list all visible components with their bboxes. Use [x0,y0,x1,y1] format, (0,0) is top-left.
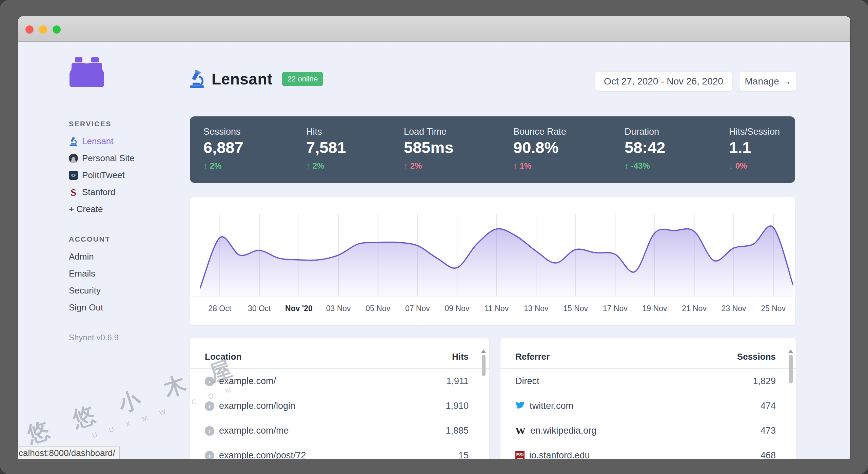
hits-value: 1,885 [446,425,469,436]
scroll-up-icon[interactable] [481,349,486,353]
x-axis-tick-label: 30 Oct [248,304,271,313]
sidebar-item-stanford[interactable]: S Stanford [69,184,184,201]
page-header: Lensant 22 online [189,70,323,88]
sidebar-item-create[interactable]: + Create [69,201,184,217]
sidebar-item-label: Stanford [82,187,115,197]
stat-label: Hits [306,127,322,137]
account-list: Admin Emails Security Sign Out [69,248,184,316]
service-microscope-icon [189,70,206,88]
twitter-bird-icon [515,402,525,410]
stat-value: 585ms [404,138,453,157]
location-table-card: Location Hits ›example.com/ 1,911 ›examp… [190,338,489,459]
referrer-table-card: Referrer Sessions Direct 1,829 twitter.c… [500,338,796,459]
app-window: SERVICES [18,16,850,459]
minimize-window-button[interactable] [39,25,47,34]
sidebar-section-account: ACCOUNT [69,235,184,243]
hits-value: 1,911 [446,376,469,386]
chevron-circle-icon: › [205,401,214,411]
x-axis-tick-label: 23 Nov [722,304,746,313]
sidebar-item-admin[interactable]: Admin [69,248,184,265]
table-row[interactable]: Direct 1,829 [500,369,796,394]
hits-value: 15 [458,450,469,459]
table-row[interactable]: Wen.wikipedia.org 473 [500,418,796,443]
stat-label: Hits/Session [729,127,780,137]
sidebar-item-label: Emails [69,268,95,279]
sessions-value: 468 [761,450,776,459]
location-label: example.com/post/72 [219,450,306,459]
table-row[interactable]: ›example.com/ 1,911 [190,369,489,394]
x-axis-tick-label: 21 Nov [682,304,707,313]
x-axis-tick-label: 07 Nov [405,304,430,313]
eye-favicon [69,171,78,180]
services-list: Lensant Personal Site PolitiTweet [69,133,184,217]
stat-value: 58:42 [625,138,665,157]
sidebar-item-label: Personal Site [82,153,135,164]
sessions-value: 474 [761,401,776,411]
sidebar-item-label: Security [69,285,101,296]
referrer-column-header: Referrer [515,352,550,362]
stat-value: 90.8% [513,138,558,157]
x-axis-tick-label: 25 Nov [761,304,786,313]
sidebar-item-label: + Create [69,204,103,214]
stanford-s-favicon: S [69,188,78,197]
table-row[interactable]: twitter.com 474 [500,394,796,418]
window-titlebar[interactable] [18,16,850,42]
location-label: example.com/me [219,425,289,436]
sidebar-item-personal-site[interactable]: Personal Site [69,150,184,167]
table-row[interactable]: ›example.com/me 1,885 [190,418,489,443]
microscope-favicon [69,137,78,146]
table-row[interactable]: FSI io.stanford.edu 468 [500,443,796,459]
chart-x-axis-labels: 28 Oct30 OctNov '2003 Nov05 Nov07 Nov09 … [192,304,793,315]
sidebar-section-services: SERVICES [69,120,184,128]
sidebar-item-label: Lensant [82,136,114,147]
sidebar-item-emails[interactable]: Emails [69,265,184,282]
stat-delta: ↑ 2% [404,161,422,171]
scrollbar-thumb[interactable] [789,355,793,383]
browser-status-url: calhost:8000/dashboard/ [18,447,120,459]
scrollbar-thumb[interactable] [482,355,486,376]
x-axis-tick-label: 13 Nov [524,304,549,313]
dashboard-content: SERVICES [18,42,850,459]
online-count-badge: 22 online [282,72,323,86]
table-row[interactable]: ›example.com/login 1,910 [190,394,489,418]
scroll-up-icon[interactable] [788,349,793,353]
sidebar-item-label: Sign Out [69,302,103,313]
traffic-area-chart-card: 28 Oct30 OctNov '2003 Nov05 Nov07 Nov09 … [190,197,795,325]
stat-label: Load Time [404,127,447,137]
sidebar-item-security[interactable]: Security [69,282,184,299]
referrer-label: twitter.com [530,401,573,411]
x-axis-tick-label: 05 Nov [366,304,390,313]
sessions-value: 473 [761,425,776,436]
page-title: Lensant [212,70,273,88]
x-axis-tick-label: 09 Nov [445,304,470,313]
chevron-circle-icon: › [205,426,214,436]
x-axis-tick-label: 03 Nov [326,304,351,313]
referrer-table-scrollbar[interactable] [788,349,793,459]
traffic-area-chart[interactable] [192,198,793,300]
chevron-circle-icon: › [205,451,214,459]
sidebar-item-label: PolitiTweet [82,170,125,181]
fsi-stanford-icon: FSI [515,451,525,459]
location-table-scrollbar[interactable] [481,349,486,459]
stat-value: 6,887 [203,138,243,157]
location-column-header: Location [205,352,241,362]
shynet-binoculars-logo [69,57,105,87]
location-label: example.com/login [219,401,295,411]
x-axis-tick-label: 28 Oct [208,304,231,313]
close-window-button[interactable] [25,25,34,34]
hits-value: 1,910 [446,401,469,411]
table-row[interactable]: ›example.com/post/72 15 [190,443,489,459]
stat-value: 7,581 [306,138,346,157]
referrer-label: en.wikipedia.org [530,425,596,436]
sidebar-item-sign-out[interactable]: Sign Out [69,299,184,316]
stat-delta: ↑ 2% [203,161,221,171]
sidebar-item-lensant[interactable]: Lensant [69,133,184,150]
manage-button[interactable]: Manage → [739,72,797,91]
hits-column-header: Hits [452,352,469,362]
stat-label: Bounce Rate [513,127,566,137]
stat-delta: ↑ 2% [306,161,324,171]
date-range-picker[interactable]: Oct 27, 2020 - Nov 26, 2020 [595,72,732,91]
sidebar-item-polititweet[interactable]: PolitiTweet [69,167,184,184]
zoom-window-button[interactable] [53,25,61,34]
location-label: example.com/ [219,376,276,386]
